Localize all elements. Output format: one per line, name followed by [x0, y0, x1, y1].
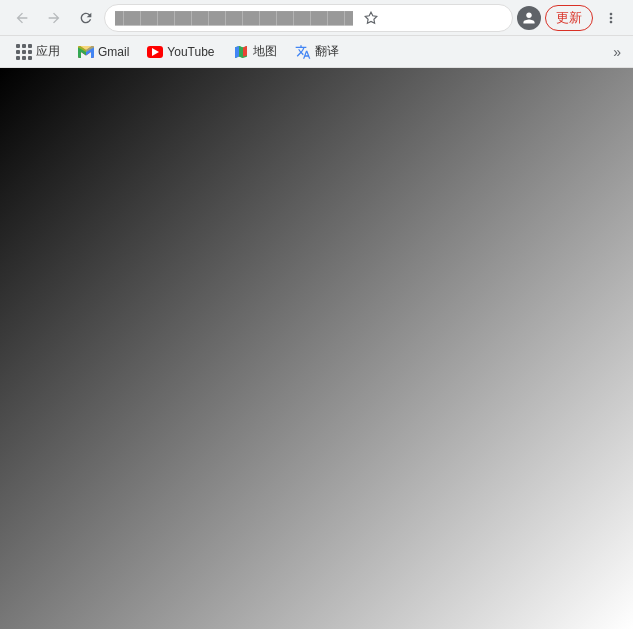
avatar [517, 6, 541, 30]
star-button[interactable] [359, 6, 383, 30]
bookmark-youtube[interactable]: YouTube [139, 40, 222, 64]
url-text: ████████████████████████████ [115, 11, 353, 25]
bookmarks-bar: 应用 Gmail YouTube [0, 36, 633, 68]
back-button[interactable] [8, 4, 36, 32]
profile-button[interactable] [517, 6, 541, 30]
bookmark-apps[interactable]: 应用 [8, 39, 68, 64]
bookmark-maps-label: 地图 [253, 43, 277, 60]
gmail-icon [78, 44, 94, 60]
content-area [0, 68, 633, 629]
titlebar: ████████████████████████████ 更新 [0, 0, 633, 36]
bookmarks-more-button[interactable]: » [609, 42, 625, 62]
address-bar-icons [359, 6, 383, 30]
forward-button[interactable] [40, 4, 68, 32]
bookmark-translate[interactable]: 翻译 [287, 39, 347, 64]
chrome-menu-button[interactable] [597, 4, 625, 32]
bookmark-apps-label: 应用 [36, 43, 60, 60]
youtube-icon [147, 44, 163, 60]
bookmark-translate-label: 翻译 [315, 43, 339, 60]
bookmark-maps[interactable]: 地图 [225, 39, 285, 64]
maps-icon [233, 44, 249, 60]
bookmark-youtube-label: YouTube [167, 45, 214, 59]
update-button[interactable]: 更新 [545, 5, 593, 31]
translate-icon [295, 44, 311, 60]
bookmark-gmail-label: Gmail [98, 45, 129, 59]
address-bar[interactable]: ████████████████████████████ [104, 4, 513, 32]
svg-marker-0 [365, 12, 377, 23]
bookmark-gmail[interactable]: Gmail [70, 40, 137, 64]
apps-icon [16, 44, 32, 60]
reload-button[interactable] [72, 4, 100, 32]
